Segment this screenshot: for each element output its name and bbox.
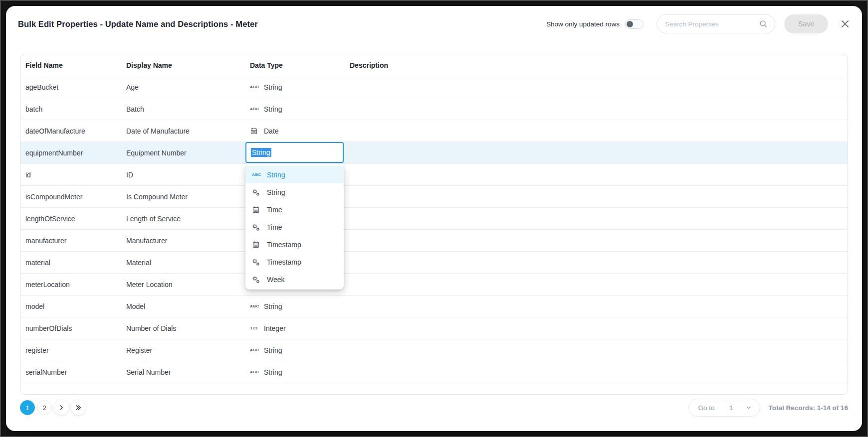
table-row: ageBucketAgeABCString [20,76,848,98]
data-type-label: String [264,346,282,354]
column-header-description: Description [345,61,848,69]
field-name-cell: batch [20,105,121,113]
abc-string-icon: ABC [250,107,258,111]
field-name-cell: id [20,171,121,179]
data-type-cell[interactable]: ABCString [245,83,345,91]
gears-icon [252,258,260,266]
field-name-cell: manufacturer [20,237,121,245]
field-name-cell: lengthOfService [20,215,121,223]
field-name-cell: model [20,302,121,310]
table-row: registerRegisterABCString [20,339,848,361]
data-type-label: String [264,105,282,113]
gears-icon [252,188,260,196]
table-body: ageBucketAgeABCStringbatchBatchABCString… [20,76,848,383]
total-records: Total Records: 1-14 of 16 [768,404,848,412]
option-label: Week [267,276,285,284]
display-name-cell[interactable]: Register [121,346,245,354]
field-name-cell: isCompoundMeter [20,193,121,201]
last-page-button[interactable] [71,400,86,415]
display-name-cell[interactable]: Batch [121,105,245,113]
display-name-cell[interactable]: Manufacturer [121,237,245,245]
properties-table: Field Name Display Name Data Type Descri… [20,54,848,395]
next-page-button[interactable] [54,400,69,415]
table-row: materialMaterial [20,252,848,274]
bulk-edit-modal: Bulk Edit Properties - Update Name and D… [6,6,862,431]
table-row: serialNumberSerial NumberABCString [20,361,848,383]
field-name-cell: dateOfManufacture [20,127,121,135]
page-button-2[interactable]: 2 [37,400,52,415]
show-updated-rows-toggle[interactable] [625,19,644,29]
data-type-cell[interactable]: ABCString [245,105,345,113]
data-type-cell[interactable]: ABCString [245,346,345,354]
page-button-1[interactable]: 1 [20,400,35,415]
display-name-cell[interactable]: Model [121,302,245,310]
header-controls: Show only updated rows Save [546,14,850,33]
display-name-cell[interactable]: Meter Location [121,281,245,289]
dropdown-option-string[interactable]: String [245,183,344,201]
table-row: meterLocationMeter Location [20,274,848,295]
display-name-cell[interactable]: ID [121,171,245,179]
footer-right: Go to 1 Total Records: 1-14 of 16 [688,399,848,417]
table-row: idID [20,164,848,186]
goto-page-value: 1 [727,404,734,412]
table-row: lengthOfServiceLength of Service [20,208,848,230]
chevron-down-icon [745,404,752,411]
display-name-cell[interactable]: Serial Number [121,368,245,376]
table-row: modelModelABCString [20,295,848,317]
modal-header: Bulk Edit Properties - Update Name and D… [6,6,862,42]
option-label: Timestamp [267,258,301,266]
column-header-field-name: Field Name [20,61,121,69]
table-row: numberOfDialsNumber of Dials123Integer [20,317,848,339]
gears-icon [252,223,260,231]
column-header-data-type: Data Type [245,61,345,69]
field-name-cell: meterLocation [20,281,121,289]
close-icon[interactable] [840,19,850,29]
calendar-icon [252,241,260,249]
show-updated-rows-label: Show only updated rows [546,20,620,28]
data-type-cell[interactable]: Date [245,127,345,135]
dropdown-option-string[interactable]: ABCString [245,166,344,183]
display-name-cell[interactable]: Equipment Number [121,149,245,157]
goto-page-select[interactable]: Go to 1 [688,399,760,417]
abc-string-icon: ABC [252,173,260,177]
data-type-label: Integer [264,324,286,332]
search-box [656,14,775,33]
data-type-cell[interactable]: ABCString [245,368,345,376]
toggle-knob [627,21,633,27]
table-header-row: Field Name Display Name Data Type Descri… [20,54,848,76]
goto-label: Go to [698,404,714,412]
search-input[interactable] [665,20,759,28]
dropdown-option-timestamp[interactable]: Timestamp [245,236,344,253]
display-name-cell[interactable]: Number of Dials [121,324,245,332]
display-name-cell[interactable]: Is Compound Meter [121,193,245,201]
data-type-dropdown: ABCString String Time Time [245,164,344,290]
display-name-cell[interactable]: Length of Service [121,215,245,223]
option-label: Time [267,206,282,214]
data-type-label: String [264,83,282,91]
page-title: Bulk Edit Properties - Update Name and D… [18,19,258,29]
gears-icon [252,276,260,284]
calendar-icon [252,206,260,214]
display-name-cell[interactable]: Age [121,83,245,91]
123-integer-icon: 123 [250,326,258,330]
page-buttons: 12 [20,400,86,415]
table-row: manufacturerManufacturer [20,230,848,252]
calendar-icon [250,127,258,135]
column-header-display-name: Display Name [121,61,245,69]
data-type-label: Date [264,127,279,135]
save-button[interactable]: Save [784,14,828,33]
dropdown-option-week[interactable]: Week [245,271,344,288]
display-name-cell[interactable]: Material [121,259,245,267]
field-name-cell: serialNumber [20,368,121,376]
option-label: Time [267,223,282,231]
dropdown-option-timestamp[interactable]: Timestamp [245,253,344,271]
abc-string-icon: ABC [250,348,258,352]
data-type-cell[interactable]: 123Integer [245,324,345,332]
field-name-cell: material [20,259,121,267]
field-name-cell: numberOfDials [20,324,121,332]
dropdown-option-time[interactable]: Time [245,201,344,218]
option-label: Timestamp [267,241,301,249]
data-type-cell[interactable]: ABCString [245,302,345,310]
dropdown-option-time[interactable]: Time [245,218,344,236]
display-name-cell[interactable]: Date of Manufacture [121,127,245,135]
